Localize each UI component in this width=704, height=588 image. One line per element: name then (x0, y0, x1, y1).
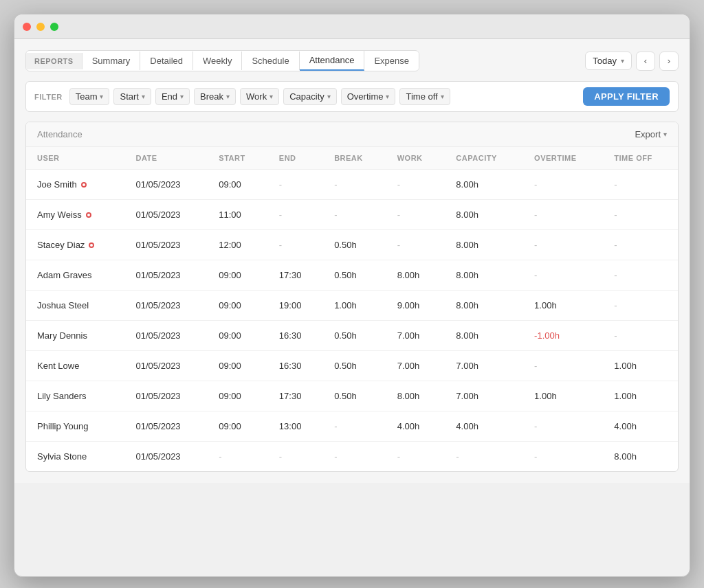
date-cell: 01/05/2023 (125, 442, 208, 472)
user-name: Lily Sanders (37, 391, 87, 401)
table-row: Lily Sanders01/05/202309:0017:300.50h8.0… (26, 381, 678, 411)
user-name-cell: Joe Smith (37, 179, 114, 190)
filter-chip-end[interactable]: End ▾ (155, 88, 190, 105)
user-cell: Kent Lowe (26, 351, 125, 381)
content-area: REPORTS Summary Detailed Weekly Schedule… (14, 39, 690, 483)
date-cell: 01/05/2023 (125, 351, 208, 381)
user-name: Joe Smith (37, 179, 77, 190)
overtime-cell: - (523, 200, 603, 230)
tab-attendance[interactable]: Attendance (300, 51, 365, 71)
start-cell: 12:00 (208, 230, 268, 260)
user-name: Adam Graves (37, 270, 91, 280)
user-name-cell: Sylvia Stone (37, 451, 114, 462)
start-cell: 09:00 (208, 381, 268, 411)
chevron-down-icon: ▾ (270, 93, 273, 100)
apply-filter-button[interactable]: APPLY FILTER (583, 87, 670, 106)
filter-label: FILTER (34, 93, 63, 101)
tab-bar: REPORTS Summary Detailed Weekly Schedule… (25, 50, 679, 71)
close-dot[interactable] (23, 23, 31, 31)
col-date: DATE (125, 147, 208, 170)
table-row: Amy Weiss01/05/202311:00---8.00h-- (26, 200, 678, 230)
table-row: Sylvia Stone01/05/2023------8.00h (26, 442, 678, 472)
table-section-header: Attendance Export ▾ (26, 122, 678, 147)
work-cell: 8.00h (386, 260, 446, 291)
break-cell: 0.50h (323, 351, 386, 381)
tabs-container: REPORTS Summary Detailed Weekly Schedule… (25, 50, 419, 71)
date-cell: 01/05/2023 (125, 291, 208, 321)
overtime-cell: - (523, 351, 603, 381)
end-cell: 19:00 (268, 291, 323, 321)
capacity-cell: 8.00h (445, 260, 523, 291)
reports-label: REPORTS (26, 53, 82, 69)
team-filter-label: Team (76, 91, 98, 102)
start-cell: 09:00 (208, 260, 268, 291)
capacity-cell: 8.00h (445, 200, 523, 230)
tab-weekly[interactable]: Weekly (193, 52, 242, 70)
work-cell: - (386, 200, 446, 230)
filter-chip-timeoff[interactable]: Time off ▾ (399, 88, 450, 105)
minimize-dot[interactable] (36, 23, 45, 31)
table-row: Phillip Young01/05/202309:0013:00-4.00h4… (26, 411, 678, 442)
capacity-cell: 7.00h (445, 351, 523, 381)
user-cell: Adam Graves (26, 260, 125, 291)
capacity-filter-label: Capacity (289, 91, 324, 102)
timeoff-filter-label: Time off (406, 91, 437, 102)
filter-chip-break[interactable]: Break ▾ (194, 88, 236, 105)
end-cell: - (268, 170, 323, 200)
table-row: Joe Smith01/05/202309:00---8.00h-- (26, 170, 678, 200)
user-cell: Lily Sanders (26, 381, 125, 411)
filter-chip-overtime[interactable]: Overtime ▾ (341, 88, 396, 105)
time-off-cell: 4.00h (603, 411, 678, 442)
capacity-cell: 8.00h (445, 170, 523, 200)
user-name: Kent Lowe (37, 361, 79, 371)
filter-chip-team[interactable]: Team ▾ (69, 88, 110, 105)
prev-button[interactable]: ‹ (636, 52, 655, 71)
overtime-cell: - (523, 170, 603, 200)
filter-chip-work[interactable]: Work ▾ (240, 88, 279, 105)
break-cell: 0.50h (323, 260, 386, 291)
table-row: Mary Dennis01/05/202309:0016:300.50h7.00… (26, 321, 678, 351)
work-cell: - (386, 230, 446, 260)
export-label: Export (635, 129, 661, 139)
user-cell: Amy Weiss (26, 200, 125, 230)
work-filter-label: Work (246, 91, 267, 102)
chevron-down-icon: ▾ (180, 93, 184, 100)
end-cell: - (268, 230, 323, 260)
user-name-cell: Amy Weiss (37, 210, 114, 220)
col-overtime: OVERTIME (523, 147, 603, 170)
break-filter-label: Break (200, 91, 223, 102)
break-cell: 0.50h (323, 230, 386, 260)
capacity-cell: 8.00h (445, 230, 523, 260)
user-cell: Joshua Steel (26, 291, 125, 321)
col-work: WORK (386, 147, 446, 170)
overtime-cell: - (523, 230, 603, 260)
end-filter-label: End (162, 91, 177, 102)
tab-detailed[interactable]: Detailed (140, 52, 193, 70)
titlebar (14, 14, 690, 39)
overtime-filter-label: Overtime (347, 91, 384, 102)
expand-dot[interactable] (50, 23, 58, 31)
filter-chip-capacity[interactable]: Capacity ▾ (283, 88, 337, 105)
time-off-cell: - (603, 260, 678, 291)
filter-chip-start[interactable]: Start ▾ (113, 88, 151, 105)
date-selector[interactable]: Today ▾ (585, 52, 632, 70)
capacity-cell: 8.00h (445, 291, 523, 321)
tab-schedule[interactable]: Schedule (242, 52, 299, 70)
user-cell: Stacey Diaz (26, 230, 125, 260)
end-cell: 17:30 (268, 260, 323, 291)
break-cell: - (323, 200, 386, 230)
tab-expense[interactable]: Expense (364, 52, 419, 70)
break-cell: - (323, 442, 386, 472)
overtime-cell: 1.00h (523, 291, 603, 321)
export-button[interactable]: Export ▾ (635, 129, 667, 139)
date-cell: 01/05/2023 (125, 411, 208, 442)
col-break: BREAK (323, 147, 386, 170)
end-cell: 17:30 (268, 381, 323, 411)
chevron-down-icon: ▾ (226, 93, 230, 100)
next-button[interactable]: › (659, 52, 679, 71)
tab-summary[interactable]: Summary (82, 52, 141, 70)
user-name-cell: Lily Sanders (37, 391, 114, 401)
status-indicator (81, 182, 87, 188)
user-name: Joshua Steel (37, 300, 89, 310)
user-cell: Mary Dennis (26, 321, 125, 351)
